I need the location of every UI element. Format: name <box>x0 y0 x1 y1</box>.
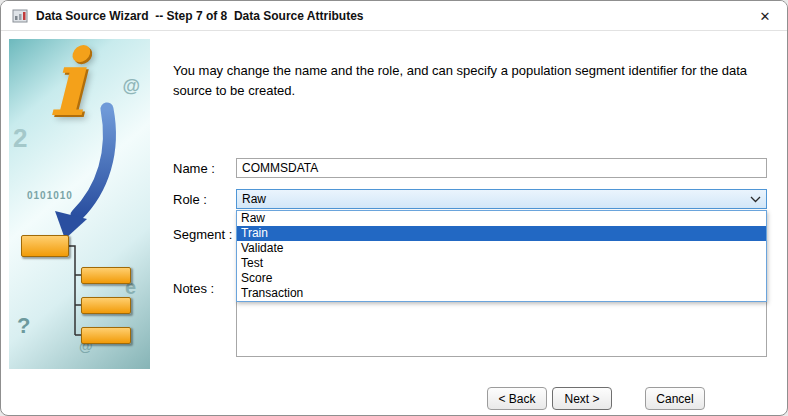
flow-box <box>81 327 131 344</box>
dropdown-option[interactable]: Test <box>237 256 766 271</box>
dropdown-option[interactable]: Validate <box>237 241 766 256</box>
title-bar: Data Source Wizard -- Step 7 of 8 Data S… <box>1 1 787 31</box>
dropdown-option[interactable]: Raw <box>237 211 766 226</box>
cancel-button[interactable]: Cancel <box>645 387 705 410</box>
chevron-down-icon <box>750 196 761 203</box>
window-title: Data Source Wizard -- Step 7 of 8 Data S… <box>36 9 364 23</box>
segment-label: Segment : <box>173 227 232 242</box>
dropdown-option[interactable]: Score <box>237 271 766 286</box>
dropdown-option[interactable]: Train <box>237 226 766 241</box>
name-input[interactable] <box>236 158 767 178</box>
flow-box <box>21 235 69 257</box>
dialog-window: Data Source Wizard -- Step 7 of 8 Data S… <box>0 0 788 416</box>
flow-box <box>81 267 131 284</box>
name-label: Name : <box>173 161 215 176</box>
close-icon[interactable]: ✕ <box>755 7 775 26</box>
flow-box <box>81 297 131 314</box>
next-button[interactable]: Next > <box>552 387 612 410</box>
role-combobox[interactable]: Raw <box>236 189 767 209</box>
instruction-text: You may change the name and the role, an… <box>173 61 761 100</box>
role-combobox-value: Raw <box>242 192 266 206</box>
dropdown-option[interactable]: Transaction <box>237 286 766 301</box>
role-label: Role : <box>173 192 207 207</box>
notes-label: Notes : <box>173 281 214 296</box>
arrow-and-connectors-icon <box>9 39 150 369</box>
back-button[interactable]: < Back <box>487 387 547 410</box>
app-icon <box>12 8 28 24</box>
wizard-artwork: @ 2 0101010 ? e @ i <box>9 39 150 369</box>
role-dropdown-list: Raw Train Validate Test Score Transactio… <box>236 210 767 302</box>
